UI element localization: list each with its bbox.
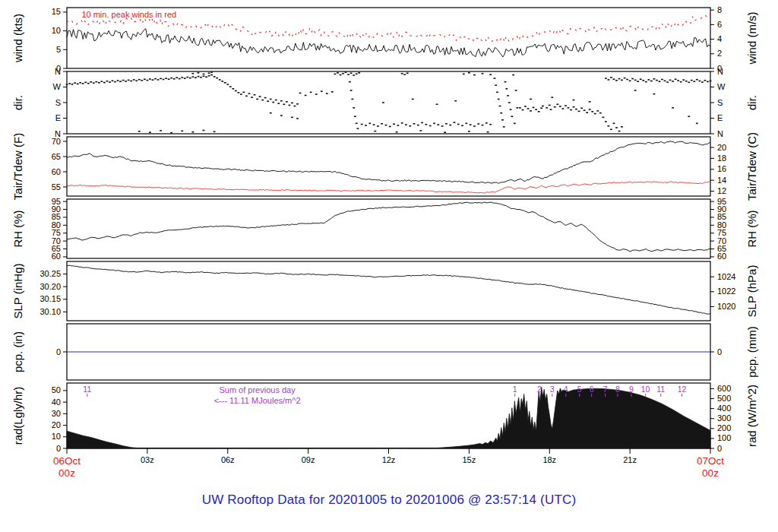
marker-label: 11	[83, 385, 91, 394]
panel-box-rh	[67, 199, 710, 258]
axis-label-right-temp: Tair/Tdew (C)	[745, 132, 758, 201]
ytick-label-left: 50	[52, 385, 61, 394]
ytick-label-left: 65	[52, 152, 61, 161]
chart-title: UW Rooftop Data for 20201005 to 20201006…	[0, 492, 778, 508]
ytick-label-right: 300	[717, 413, 731, 423]
ytick-label-right: 12	[717, 186, 726, 195]
panel-rh: 60657075808590956065707580859095RH (%)RH…	[11, 197, 758, 261]
ytick-label-left: 60	[52, 167, 61, 176]
x-tick-label: 07Oct	[697, 455, 724, 467]
series-relative-humidity	[67, 202, 710, 252]
series-tdew	[67, 182, 710, 194]
x-tick-label: 12z	[382, 455, 396, 464]
ytick-label-right: 500	[717, 394, 731, 403]
ytick-label-left: 70	[52, 236, 61, 245]
panel-box-dir	[67, 71, 710, 134]
ytick-label-left: W	[53, 82, 62, 91]
axis-label-right-slp: SLP (hPa)	[745, 265, 758, 318]
panel-rad: 010203040500100200300400500600rad(Lgly/h…	[11, 383, 758, 453]
x-tick-label: 06z	[221, 455, 235, 464]
ytick-label-left: 90	[52, 204, 61, 214]
ytick-label-right: 2	[717, 49, 722, 58]
ytick-label-right: 1024	[717, 272, 735, 281]
annotation: Sum of previous day	[219, 385, 296, 394]
ytick-label-right: N	[717, 67, 723, 76]
ytick-label-right: 400	[717, 404, 731, 413]
x-axis: 06Oct00z03z06z09z12z15z18z21z07Oct00z	[53, 448, 724, 479]
ytick-label-right: 4	[717, 34, 722, 43]
ytick-label-left: N	[55, 67, 61, 76]
ytick-label-left: 15	[52, 7, 61, 16]
ytick-label-right: 14	[717, 176, 726, 185]
marker-label: 2	[537, 385, 542, 394]
ytick-label-left: 5	[56, 45, 61, 54]
y-ticks-rh: 60657075808590956065707580859095	[52, 197, 727, 261]
ytick-label-left: 70	[52, 137, 61, 146]
ytick-label-right: E	[717, 113, 723, 122]
ytick-label-right: 90	[717, 204, 726, 214]
marker-label: 11	[656, 385, 665, 394]
ytick-label-right: 8	[717, 5, 722, 14]
panel-wind: 05101502468wind (kts)wind (m/s)10 min. p…	[11, 5, 758, 73]
ytick-label-left: 0	[56, 444, 61, 453]
series-wind-speed	[67, 29, 710, 57]
ytick-label-right: 65	[717, 244, 726, 253]
x-tick-label: 15z	[463, 455, 476, 464]
axis-label-right-rh: RH (%)	[745, 210, 758, 247]
marker-label: 10	[641, 385, 650, 394]
ytick-label-left: 30.15	[40, 294, 61, 303]
ytick-label-right: 0	[717, 444, 722, 453]
marker-label: 4	[564, 385, 568, 394]
y-ticks-temp: 556065701214161820	[52, 137, 727, 196]
weather-dashboard: 05101502468wind (kts)wind (m/s)10 min. p…	[0, 0, 778, 532]
ytick-label-right: 20	[717, 143, 726, 152]
ytick-label-right: W	[717, 82, 726, 91]
ytick-label-right: 6	[717, 20, 722, 29]
axis-label-right-rad: rad (W/m^2)	[745, 385, 758, 447]
axis-label-left-temp: Tair/Tdew (F)	[11, 133, 24, 200]
x-tick-label: 00z	[59, 467, 75, 479]
x-tick-label: 21z	[623, 455, 637, 464]
axis-label-left-rad: rad(Lgly/hr)	[11, 387, 24, 445]
annotation: 10 min. peak winds in red	[81, 10, 176, 19]
x-tick-label: 03z	[141, 455, 154, 464]
marker-label: 1	[513, 385, 517, 394]
ytick-label-left: 75	[52, 228, 61, 237]
marker-label: 5	[577, 385, 582, 394]
ytick-label-right: 16	[717, 164, 726, 173]
y-ticks-dir: NESWNNESWN	[53, 67, 726, 138]
ytick-label-left: 20	[52, 420, 61, 429]
axis-label-left-pcp: pcp. (in)	[11, 331, 24, 372]
ytick-label-left: 85	[52, 212, 61, 221]
ytick-label-right: 75	[717, 228, 726, 237]
ytick-label-right: 18	[717, 154, 726, 163]
marker-label: 6	[590, 385, 594, 394]
ytick-label-left: E	[55, 113, 61, 122]
ytick-label-right: 85	[717, 212, 726, 221]
marker-label: 9	[629, 385, 634, 394]
ytick-label-right: 100	[717, 433, 731, 442]
series-wind-direction	[66, 71, 712, 133]
axis-label-right-dir: dir.	[745, 95, 758, 110]
panel-box-slp	[67, 261, 710, 321]
marker-label: 8	[615, 385, 620, 394]
ytick-label-left: 65	[52, 244, 61, 253]
axis-label-left-rh: RH (%)	[11, 210, 24, 247]
ytick-label-right: 1022	[717, 287, 735, 296]
panel-box-temp	[67, 137, 710, 196]
ytick-label-right: 70	[717, 236, 726, 245]
marker-label: 12	[678, 385, 687, 394]
marker-label: 7	[603, 385, 608, 394]
axis-label-left-slp: SLP (inHg)	[11, 263, 24, 318]
series-solar-radiation	[67, 387, 710, 448]
x-tick-label: 00z	[702, 467, 719, 479]
ytick-label-right: 0	[717, 347, 722, 356]
series-tair	[67, 141, 710, 184]
series-sea-level-pressure	[67, 265, 710, 314]
ytick-label-left: 30.10	[40, 307, 61, 316]
axis-label-left-wind: wind (kts)	[11, 14, 24, 63]
ytick-label-left: 80	[52, 220, 61, 230]
axis-label-right-wind: wind (m/s)	[745, 11, 758, 65]
x-tick-label: 09z	[302, 455, 315, 464]
axis-label-right-pcp: pcp. (mm)	[745, 326, 758, 378]
